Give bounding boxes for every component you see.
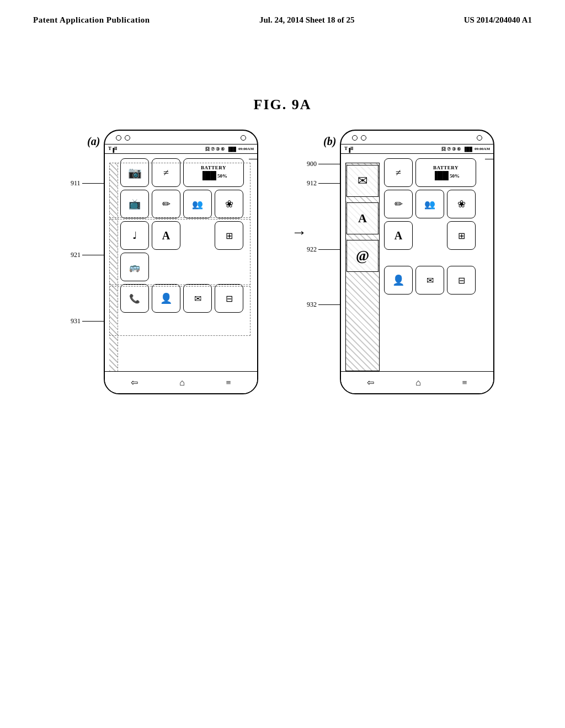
- phone-b: T▐ll 囧 ⑦ ③ ⑥ ▐██ 09:00AM 151: [340, 130, 494, 394]
- nav-menu[interactable]: ≡: [226, 378, 231, 388]
- app-edit[interactable]: ✏: [152, 190, 180, 218]
- nav-menu-b[interactable]: ≡: [462, 378, 467, 388]
- spacer-row: [384, 253, 490, 258]
- label-912: 912: [307, 179, 340, 188]
- nav-back[interactable]: ⇦: [131, 377, 138, 388]
- label-932: 932: [307, 301, 340, 309]
- app-b-person[interactable]: 👤: [384, 266, 413, 295]
- app-camera[interactable]: 📷: [120, 158, 149, 187]
- app-music[interactable]: ♩: [120, 221, 149, 250]
- phone-b-top-bar: [341, 131, 493, 144]
- app-b-grid[interactable]: ⊞: [447, 221, 476, 250]
- battery-bar-b: ▐██ 50%: [432, 172, 460, 180]
- phone-b-cameras: [352, 135, 366, 141]
- label-911: 911: [71, 179, 104, 188]
- app-grid[interactable]: ⊞: [215, 221, 243, 250]
- app-letter-a[interactable]: A: [152, 221, 180, 250]
- app-row-5: 📞 👤 ✉ ⊟: [120, 284, 254, 313]
- phone-a-cameras: [116, 135, 130, 141]
- app-b-edit[interactable]: ✏: [384, 190, 413, 218]
- status-icons-b: 囧 ⑦ ③ ⑥ ▐██ 09:00AM: [441, 146, 490, 152]
- camera-dot-b-1: [352, 135, 358, 141]
- app-person[interactable]: 👤: [152, 284, 180, 313]
- header-patent-number: US 2014/204040 A1: [464, 15, 532, 25]
- phone-a: T▐ll 囧 ⑦ ③ ⑥ ▐██ 09:00AM 151: [104, 130, 258, 394]
- app-empty: [183, 221, 212, 250]
- app-noteq[interactable]: ≠: [152, 158, 180, 187]
- app-envelope[interactable]: ✉: [183, 284, 212, 313]
- app-row-b-3: A ⊞: [384, 221, 490, 250]
- nav-back-b[interactable]: ⇦: [367, 377, 374, 388]
- content-area: (a) 911 921 931 T▐ll: [0, 124, 565, 394]
- phone-a-bottom-nav: ⇦ ⌂ ≡: [105, 371, 257, 393]
- app-battery-widget[interactable]: BATTERY ▐██ 50%: [183, 158, 244, 187]
- nav-home[interactable]: ⌂: [179, 378, 185, 388]
- phone-a-label: (a): [87, 135, 100, 148]
- app-b-battery-widget[interactable]: BATTERY ▐██ 50%: [415, 158, 476, 187]
- app-b-people[interactable]: 👥: [415, 190, 444, 218]
- signal-strength: T▐ll: [108, 146, 117, 153]
- app-b-empty: [415, 221, 444, 250]
- app-b-flower[interactable]: ❀: [447, 190, 476, 218]
- header-publication: Patent Application Publication: [33, 15, 150, 25]
- app-b-apps[interactable]: ⊟: [447, 266, 476, 295]
- app-apps[interactable]: ⊟: [215, 284, 243, 313]
- label-931: 931: [71, 317, 104, 325]
- header-date-sheet: Jul. 24, 2014 Sheet 18 of 25: [259, 15, 355, 25]
- phone-a-top-bar: [105, 131, 257, 144]
- label-921: 921: [71, 251, 104, 259]
- app-row-4: 🚌: [120, 253, 254, 281]
- speaker-dot-b: [477, 135, 482, 141]
- hatch-icon-envelope: ✉: [347, 165, 379, 197]
- app-empty-4: [215, 253, 243, 281]
- app-b-letter-a[interactable]: A: [384, 221, 413, 250]
- phone-a-screen: 📷 ≠ BATTERY ▐██ 50% 📺 ✏: [105, 154, 257, 372]
- camera-dot-1: [116, 135, 121, 141]
- hatch-icon-a: A: [347, 202, 379, 234]
- transition-arrow: →: [291, 223, 307, 241]
- figure-label: FIG. 9A: [0, 97, 565, 113]
- speaker-dot: [241, 135, 246, 141]
- phone-b-status-bar: T▐ll 囧 ⑦ ③ ⑥ ▐██ 09:00AM: [341, 144, 493, 154]
- app-people[interactable]: 👥: [183, 190, 212, 218]
- camera-dot-2: [125, 135, 130, 141]
- app-phone[interactable]: 📞: [120, 284, 149, 313]
- phone-b-bottom-nav: ⇦ ⌂ ≡: [341, 371, 493, 393]
- signal-strength-b: T▐ll: [344, 146, 353, 153]
- app-flower[interactable]: ❀: [215, 190, 243, 218]
- phone-a-status-bar: T▐ll 囧 ⑦ ③ ⑥ ▐██ 09:00AM: [105, 144, 257, 154]
- app-row-1: 📷 ≠ BATTERY ▐██ 50%: [120, 158, 254, 187]
- app-row-3: ♩ A ⊞: [120, 221, 254, 250]
- hatch-icon-at: @: [347, 240, 379, 272]
- app-b-noteq[interactable]: ≠: [384, 158, 413, 187]
- phone-b-section: (b) 900 912 922 932: [340, 130, 494, 394]
- label-922: 922: [307, 245, 340, 254]
- app-empty-3: [183, 253, 212, 281]
- app-b-envelope[interactable]: ✉: [415, 266, 444, 295]
- app-tv[interactable]: 📺: [120, 190, 149, 218]
- status-icons: 囧 ⑦ ③ ⑥ ▐██ 09:00AM: [205, 146, 254, 152]
- phone-b-label: (b): [323, 135, 336, 148]
- page-header: Patent Application Publication Jul. 24, …: [0, 0, 565, 25]
- app-row-b-1: ≠ BATTERY ▐██ 50%: [384, 158, 490, 187]
- app-row-b-5: 👤 ✉ ⊟: [384, 266, 490, 295]
- phone-a-section: (a) 911 921 931 T▐ll: [104, 130, 258, 394]
- label-900: 900: [307, 160, 340, 168]
- camera-dot-b-2: [361, 135, 366, 141]
- app-row-2: 📺 ✏ 👥 ❀: [120, 190, 254, 218]
- app-row-b-2: ✏ 👥 ❀: [384, 190, 490, 218]
- battery-bar: ▐██ 50%: [200, 172, 227, 180]
- nav-home-b[interactable]: ⌂: [415, 378, 421, 388]
- app-bus[interactable]: 🚌: [120, 253, 149, 281]
- app-empty-2: [152, 253, 180, 281]
